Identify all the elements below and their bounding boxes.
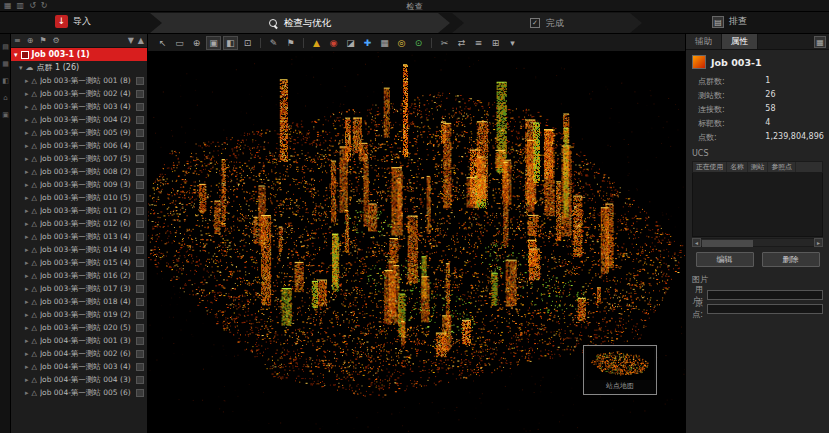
visibility-toggle[interactable] — [136, 324, 144, 332]
visibility-toggle[interactable] — [136, 129, 144, 137]
swap-icon[interactable]: ⇄ — [454, 36, 469, 50]
tree-item[interactable]: Job 003-第一测站 005 (9) — [11, 126, 147, 139]
tab-properties[interactable]: 属性 — [722, 34, 758, 49]
tree-item[interactable]: Job 003-第一测站 007 (5) — [11, 152, 147, 165]
grid-view-icon[interactable]: ▣ — [0, 111, 11, 119]
tree-item[interactable]: Job 003-第一测站 013 (4) — [11, 230, 147, 243]
visibility-toggle[interactable] — [136, 376, 144, 384]
visibility-toggle[interactable] — [136, 259, 144, 267]
visibility-toggle[interactable] — [136, 194, 144, 202]
tree-item[interactable]: Job 003-第一测站 009 (3) — [11, 178, 147, 191]
tree-item[interactable]: Job 003-第一测站 018 (4) — [11, 295, 147, 308]
expand-arrow-icon[interactable] — [25, 233, 29, 241]
pin-icon[interactable]: ⊙ — [411, 36, 426, 50]
cut-icon[interactable]: ✂ — [437, 36, 452, 50]
expand-arrow-icon[interactable]: ▾ — [14, 51, 18, 59]
expand-arrow-icon[interactable] — [25, 129, 29, 137]
expand-arrow-icon[interactable] — [25, 220, 29, 228]
panel-toggle-icon[interactable]: ▤ — [0, 43, 11, 51]
visibility-toggle[interactable] — [136, 168, 144, 176]
more-dropdown[interactable]: ▾ — [505, 36, 520, 50]
layers-icon[interactable]: ▦ — [0, 60, 11, 68]
select-icon[interactable]: ↖ — [155, 36, 170, 50]
tree-root-job[interactable]: ▾ Job 003-1 (1) — [11, 48, 147, 61]
expand-arrow-icon[interactable] — [25, 350, 29, 358]
visibility-toggle[interactable] — [136, 246, 144, 254]
tree-item[interactable]: Job 003-第一测站 011 (2) — [11, 204, 147, 217]
tree-item[interactable]: Job 003-第一测站 016 (2) — [11, 269, 147, 282]
tree-item[interactable]: Job 003-第一测站 002 (4) — [11, 87, 147, 100]
tree-item[interactable]: Job 003-第一测站 003 (4) — [11, 100, 147, 113]
target-icon[interactable]: ◉ — [326, 36, 341, 50]
visibility-toggle[interactable] — [136, 116, 144, 124]
expand-arrow-icon[interactable] — [25, 103, 29, 111]
brush-icon[interactable]: ✚ — [360, 36, 375, 50]
flag-small-icon[interactable]: ⚑ — [283, 36, 298, 50]
eraser-icon[interactable]: ◪ — [343, 36, 358, 50]
tree-item[interactable]: Job 004-第一测站 005 (6) — [11, 386, 147, 399]
expand-arrow-icon[interactable] — [25, 155, 29, 163]
tree-item[interactable]: Job 004-第一测站 004 (3) — [11, 373, 147, 386]
snapshot-icon[interactable]: ◧ — [223, 36, 238, 50]
expand-arrow-icon[interactable] — [25, 324, 29, 332]
visibility-toggle[interactable] — [136, 155, 144, 163]
filter-icon[interactable]: ▼ — [128, 35, 134, 47]
divider-2[interactable] — [303, 38, 304, 48]
grid-icon[interactable]: ⊞ — [488, 36, 503, 50]
workflow-step-import[interactable]: ↓ 导入 — [55, 15, 91, 28]
home-view-icon[interactable]: ⌂ — [0, 94, 11, 102]
visibility-toggle[interactable] — [136, 298, 144, 306]
panel-layout-icon[interactable]: ▦ — [814, 36, 826, 48]
display-icon[interactable]: ⊡ — [240, 36, 255, 50]
bulb-icon[interactable]: ◎ — [394, 36, 409, 50]
workflow-step-finish[interactable]: ✓ 完成 — [452, 13, 642, 33]
cube-icon[interactable]: ▦ — [377, 36, 392, 50]
tree-item[interactable]: Job 003-第一测站 014 (4) — [11, 243, 147, 256]
flag-icon[interactable]: ⚑ — [39, 35, 46, 47]
expand-arrow-icon[interactable] — [25, 181, 29, 189]
tree-item[interactable]: Job 004-第一测站 001 (3) — [11, 334, 147, 347]
expand-arrow-icon[interactable] — [25, 363, 29, 371]
visibility-toggle[interactable] — [136, 142, 144, 150]
tree-group-pointclouds[interactable]: ▾ ☁ 点群 1 (26) — [11, 61, 147, 74]
tree-item[interactable]: Job 003-第一测站 010 (5) — [11, 191, 147, 204]
visibility-toggle[interactable] — [136, 103, 144, 111]
visibility-toggle[interactable] — [136, 220, 144, 228]
visibility-toggle[interactable] — [136, 363, 144, 371]
visibility-toggle[interactable] — [136, 350, 144, 358]
tree-item[interactable]: Job 003-第一测站 020 (5) — [11, 321, 147, 334]
divider-1[interactable] — [260, 38, 261, 48]
expand-arrow-icon[interactable] — [25, 376, 29, 384]
tree-item[interactable]: Job 003-第一测站 008 (2) — [11, 165, 147, 178]
tree-item[interactable]: Job 003-第一测站 019 (2) — [11, 308, 147, 321]
tree-item[interactable]: Job 004-第一测站 002 (6) — [11, 347, 147, 360]
split-view-icon[interactable]: ◧ — [0, 77, 11, 85]
list-icon[interactable]: ≡ — [14, 35, 21, 47]
camera-icon[interactable]: ▣ — [206, 36, 221, 50]
visibility-toggle[interactable] — [136, 181, 144, 189]
visibility-toggle[interactable] — [136, 337, 144, 345]
visibility-toggle[interactable] — [136, 77, 144, 85]
zoom-icon[interactable]: ⊕ — [189, 36, 204, 50]
expand-arrow-icon[interactable] — [25, 194, 29, 202]
visibility-toggle[interactable] — [136, 233, 144, 241]
expand-arrow-icon[interactable] — [25, 116, 29, 124]
tree-item[interactable]: Job 003-第一测站 001 (8) — [11, 74, 147, 87]
expand-arrow-icon[interactable] — [25, 142, 29, 150]
tree-item[interactable]: Job 003-第一测站 004 (2) — [11, 113, 147, 126]
visibility-toggle[interactable] — [136, 285, 144, 293]
rect-select-icon[interactable]: ▭ — [172, 36, 187, 50]
visibility-toggle[interactable] — [136, 272, 144, 280]
tree-item[interactable]: Job 003-第一测站 012 (6) — [11, 217, 147, 230]
expand-arrow-icon[interactable] — [25, 259, 29, 267]
divider-3[interactable] — [431, 38, 432, 48]
warning-icon[interactable]: ▲ — [309, 36, 324, 50]
tree-item[interactable]: Job 003-第一测站 006 (4) — [11, 139, 147, 152]
user-field-input[interactable] — [707, 290, 823, 300]
scrollbar-track[interactable] — [701, 238, 814, 247]
scroll-left-button[interactable]: ◂ — [692, 238, 701, 247]
visibility-toggle[interactable] — [136, 207, 144, 215]
visibility-toggle[interactable] — [136, 389, 144, 397]
edit-button[interactable]: 编辑 — [696, 252, 754, 267]
expand-arrow-icon[interactable] — [25, 90, 29, 98]
